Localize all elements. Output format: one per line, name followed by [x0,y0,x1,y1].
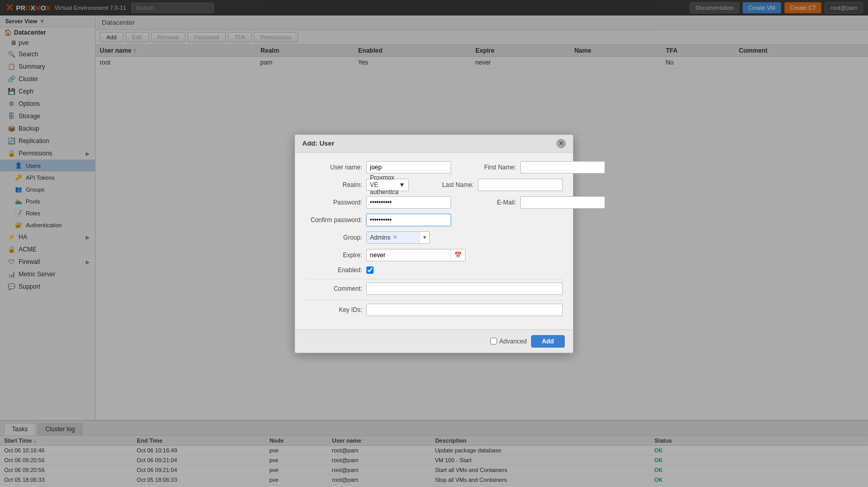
form-col-realm: Realm: Proxmox VE authentica ▼ [305,179,409,191]
realm-label: Realm: [305,181,362,188]
form-col-email: E-Mail: [459,196,605,209]
group-tag: Admins [370,234,391,241]
expire-input[interactable] [367,250,451,260]
form-col-lastname: Last Name: [417,179,563,191]
group-value: Admins ✕ [367,232,420,243]
confirm-password-label: Confirm password: [305,216,362,224]
form-divider [305,279,563,279]
modal-footer: Advanced Add [295,329,573,353]
form-col-group: Group: Admins ✕ ▼ [305,231,430,244]
form-row-keyids: Key IDs: [305,304,563,316]
form-row-confirm-password: Confirm password: [305,214,563,226]
group-label: Group: [305,234,362,241]
modal-overlay[interactable]: Add: User ✕ User name: First Name: Realm… [0,0,868,487]
form-col-username: User name: [305,161,451,174]
form-row-username: User name: First Name: [305,161,563,174]
modal-close-button[interactable]: ✕ [556,139,566,148]
enabled-checkbox[interactable] [366,266,374,274]
modal-add-button[interactable]: Add [531,335,565,348]
keyids-input[interactable] [366,304,563,316]
lastname-label: Last Name: [417,181,474,188]
form-row-group: Group: Admins ✕ ▼ [305,231,563,244]
email-input[interactable] [520,196,605,209]
email-label: E-Mail: [459,199,516,206]
firstname-input[interactable] [520,161,605,174]
form-row-realm: Realm: Proxmox VE authentica ▼ Last Name… [305,179,563,191]
form-row-comment: Comment: [305,282,563,295]
group-dropdown-icon[interactable]: ▼ [420,232,429,243]
realm-value: Proxmox VE authentica [370,174,399,196]
username-input[interactable] [366,161,451,174]
comment-label: Comment: [305,285,362,292]
form-col-comment: Comment: [305,282,563,295]
form-col-firstname: First Name: [459,161,605,174]
form-col-keyids: Key IDs: [305,304,563,316]
advanced-label[interactable]: Advanced [490,338,526,345]
password-input[interactable] [366,196,451,209]
enabled-checkbox-wrap [366,266,374,274]
expire-label: Expire: [305,252,362,259]
form-row-expire: Expire: 📅 [305,249,563,261]
form-col-password: Password: [305,196,451,209]
form-col-expire: Expire: 📅 [305,249,466,261]
form-row-enabled: Enabled: [305,266,563,274]
enabled-label: Enabled: [305,266,362,274]
expire-field: 📅 [366,249,466,261]
modal-header: Add: User ✕ [295,135,573,153]
modal-body: User name: First Name: Realm: Proxmox VE… [295,153,573,329]
advanced-text: Advanced [499,338,526,345]
realm-select[interactable]: Proxmox VE authentica ▼ [366,179,409,191]
add-user-modal: Add: User ✕ User name: First Name: Realm… [295,134,574,353]
group-select[interactable]: Admins ✕ ▼ [366,231,430,244]
group-tag-remove-icon[interactable]: ✕ [393,234,397,241]
keyids-label: Key IDs: [305,306,362,313]
modal-title: Add: User [302,139,334,147]
realm-dropdown-icon: ▼ [399,181,405,188]
expire-calendar-icon[interactable]: 📅 [451,249,465,261]
advanced-checkbox[interactable] [490,338,497,344]
username-label: User name: [305,164,362,171]
lastname-input[interactable] [478,179,563,191]
form-divider2 [305,300,563,301]
comment-input[interactable] [366,282,563,295]
form-row-password: Password: E-Mail: [305,196,563,209]
form-col-confirm-password: Confirm password: [305,214,451,226]
confirm-password-input[interactable] [366,214,451,226]
password-label: Password: [305,199,362,206]
form-col-enabled: Enabled: [305,266,430,274]
firstname-label: First Name: [459,164,516,171]
